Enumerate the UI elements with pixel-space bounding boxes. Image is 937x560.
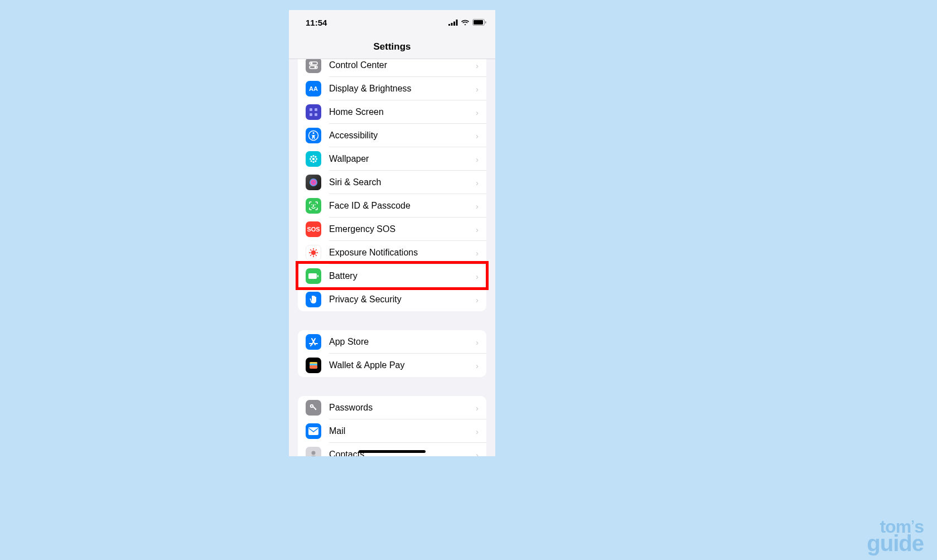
svg-point-17 (312, 158, 315, 160)
svg-rect-1 (451, 23, 453, 26)
grid-icon (306, 104, 321, 120)
svg-point-23 (315, 156, 316, 158)
battery-icon (306, 268, 321, 284)
chevron-right-icon: › (476, 295, 479, 305)
row-mail[interactable]: Mail› (298, 419, 486, 443)
svg-rect-3 (456, 20, 458, 26)
settings-list[interactable]: Control Center›AADisplay & Brightness›Ho… (289, 59, 495, 456)
svg-point-31 (313, 256, 314, 257)
svg-point-10 (315, 66, 316, 67)
chevron-right-icon: › (476, 337, 479, 347)
svg-point-24 (311, 160, 312, 162)
accessibility-icon (306, 128, 321, 143)
row-label: Siri & Search (329, 177, 476, 187)
svg-rect-56 (310, 365, 317, 369)
svg-rect-6 (485, 21, 486, 23)
svg-rect-61 (308, 427, 318, 435)
row-label: Battery (329, 271, 476, 281)
wallet-icon (306, 358, 321, 373)
chevron-right-icon: › (476, 131, 479, 141)
status-icons (448, 19, 486, 26)
svg-point-25 (315, 160, 316, 162)
svg-line-43 (315, 254, 316, 255)
flower-icon (306, 151, 321, 167)
row-wallpaper[interactable]: Wallpaper› (298, 147, 486, 171)
settings-group: App Store›Wallet & Apple Pay› (298, 330, 486, 377)
sos-icon: SOS (306, 221, 321, 237)
battery-status-icon (472, 19, 486, 26)
svg-line-45 (315, 250, 316, 252)
svg-point-8 (311, 62, 312, 64)
row-faceid[interactable]: Face ID & Passcode› (298, 194, 486, 218)
row-label: Wallet & Apple Pay (329, 360, 476, 370)
row-label: Display & Brightness (329, 84, 476, 94)
row-battery[interactable]: Battery› (298, 264, 486, 288)
row-home-screen[interactable]: Home Screen› (298, 100, 486, 124)
svg-point-32 (309, 252, 310, 253)
svg-point-22 (311, 156, 312, 158)
svg-rect-46 (308, 273, 317, 279)
svg-line-52 (311, 345, 311, 346)
status-time: 11:54 (306, 18, 327, 27)
toggles-icon (306, 59, 321, 73)
row-label: Wallpaper (329, 154, 476, 164)
svg-point-30 (313, 248, 314, 249)
settings-group: Control Center›AADisplay & Brightness›Ho… (298, 59, 486, 311)
chevron-right-icon: › (476, 61, 479, 70)
row-label: App Store (329, 337, 476, 347)
siri-icon (306, 175, 321, 190)
svg-point-21 (316, 158, 317, 160)
row-wallet[interactable]: Wallet & Apple Pay› (298, 354, 486, 377)
svg-rect-13 (310, 113, 312, 116)
row-label: Mail (329, 426, 476, 436)
row-display[interactable]: AADisplay & Brightness› (298, 77, 486, 100)
cell-signal-icon (448, 20, 458, 26)
chevron-right-icon: › (476, 225, 479, 234)
phone-frame: 11:54 Settings Control Center›AADisplay … (289, 10, 495, 456)
svg-point-26 (310, 178, 317, 186)
row-sos[interactable]: SOSEmergency SOS› (298, 218, 486, 241)
chevron-right-icon: › (476, 108, 479, 117)
chevron-right-icon: › (476, 403, 479, 413)
chevron-right-icon: › (476, 178, 479, 187)
chevron-right-icon: › (476, 450, 479, 457)
wifi-icon (461, 20, 470, 26)
hand-icon (306, 292, 321, 307)
row-label: Control Center (329, 60, 476, 70)
row-label: Emergency SOS (329, 224, 476, 234)
row-label: Accessibility (329, 131, 476, 141)
mail-icon (306, 423, 321, 439)
home-indicator[interactable] (359, 450, 426, 453)
watermark: tom’s guide (867, 520, 924, 552)
svg-rect-12 (315, 108, 317, 111)
svg-point-62 (312, 451, 316, 455)
svg-rect-2 (453, 21, 455, 26)
svg-rect-0 (448, 24, 450, 26)
row-control-center[interactable]: Control Center› (298, 59, 486, 77)
row-siri[interactable]: Siri & Search› (298, 171, 486, 194)
virus-icon (306, 245, 321, 260)
row-label: Face ID & Passcode (329, 201, 476, 211)
svg-point-18 (312, 155, 314, 157)
nav-header: Settings (289, 35, 495, 59)
chevron-right-icon: › (476, 201, 479, 211)
row-passwords[interactable]: Passwords› (298, 396, 486, 419)
svg-line-42 (311, 250, 312, 252)
row-accessibility[interactable]: Accessibility› (298, 124, 486, 147)
chevron-right-icon: › (476, 361, 479, 370)
chevron-right-icon: › (476, 84, 479, 94)
chevron-right-icon: › (476, 272, 479, 281)
contact-icon (306, 447, 321, 456)
chevron-right-icon: › (476, 427, 479, 436)
row-privacy[interactable]: Privacy & Security› (298, 288, 486, 311)
faceid-icon (306, 198, 321, 214)
appstore-icon (306, 334, 321, 350)
svg-point-33 (317, 252, 318, 253)
chevron-right-icon: › (476, 155, 479, 164)
svg-rect-60 (315, 409, 316, 410)
status-bar: 11:54 (289, 10, 495, 35)
row-contacts[interactable]: Contacts› (298, 443, 486, 456)
row-appstore[interactable]: App Store› (298, 330, 486, 354)
svg-point-58 (311, 405, 312, 407)
row-exposure[interactable]: Exposure Notifications› (298, 241, 486, 264)
